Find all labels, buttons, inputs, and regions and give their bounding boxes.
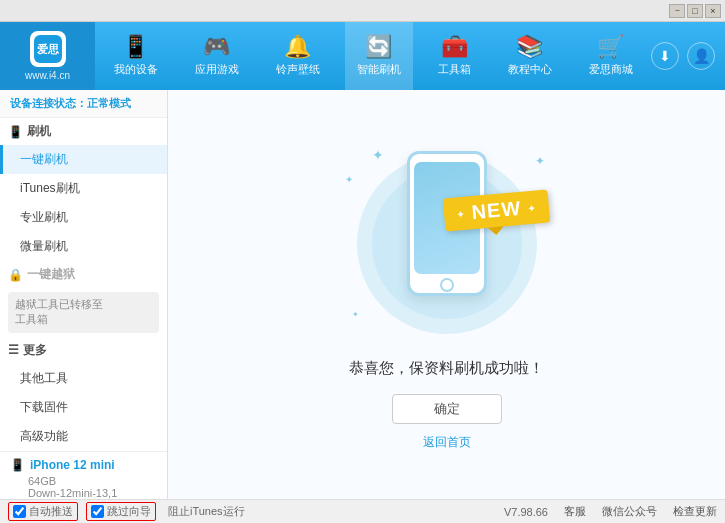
status-value: 正常模式: [87, 97, 131, 109]
nav-items: 📱 我的设备 🎮 应用游戏 🔔 铃声壁纸 🔄 智能刷机 🧰 工具箱 📚 教程中心…: [95, 22, 651, 90]
nav-item-ringtone[interactable]: 🔔 铃声壁纸: [264, 22, 332, 90]
banner-pointer: [488, 226, 505, 235]
smart-flash-icon: 🔄: [365, 36, 392, 58]
success-message: 恭喜您，保资料刷机成功啦！: [349, 359, 544, 378]
tutorial-icon: 📚: [516, 36, 543, 58]
lock-icon: 🔒: [8, 268, 23, 282]
maximize-button[interactable]: □: [687, 4, 703, 18]
sidebar-item-advanced[interactable]: 高级功能: [0, 422, 167, 451]
itunes-running: 阻止iTunes运行: [168, 504, 245, 519]
sidebar-status: 设备连接状态：正常模式: [0, 90, 167, 118]
sparkle-1: ✦: [372, 147, 384, 163]
top-nav: 爱思 www.i4.cn 📱 我的设备 🎮 应用游戏 🔔 铃声壁纸 🔄 智能刷机…: [0, 22, 725, 90]
bottom-bar-right: V7.98.66 客服 微信公众号 检查更新: [504, 504, 717, 519]
section-more-label: 更多: [23, 342, 47, 359]
nav-item-smart-flash-label: 智能刷机: [357, 62, 401, 77]
nav-item-toolbox-label: 工具箱: [438, 62, 471, 77]
toolbox-icon: 🧰: [441, 36, 468, 58]
nav-item-apps-games[interactable]: 🎮 应用游戏: [183, 22, 251, 90]
section-flash-header: 📱 刷机: [0, 118, 167, 145]
nav-item-smart-flash[interactable]: 🔄 智能刷机: [345, 22, 413, 90]
check-update-link[interactable]: 检查更新: [673, 504, 717, 519]
device-info-section: 📱 iPhone 12 mini 64GB Down-12mini-13,1: [0, 451, 167, 499]
sidebar-item-micro-flash[interactable]: 微量刷机: [0, 232, 167, 261]
sparkle-4: ✦: [352, 310, 359, 319]
nav-item-mall[interactable]: 🛒 爱思商城: [577, 22, 645, 90]
nav-right: ⬇ 👤: [651, 42, 725, 70]
confirm-button[interactable]: 确定: [392, 394, 502, 424]
section-jailbreak-label: 一键越狱: [27, 266, 75, 283]
sidebar-item-itunes-flash[interactable]: iTunes刷机: [0, 174, 167, 203]
sparkle-3: ✦: [535, 154, 545, 168]
device-storage: 64GB: [10, 475, 157, 487]
download-button[interactable]: ⬇: [651, 42, 679, 70]
section-flash-icon: 📱: [8, 125, 23, 139]
apps-games-icon: 🎮: [203, 36, 230, 58]
mall-icon: 🛒: [597, 36, 624, 58]
logo-url: www.i4.cn: [25, 70, 70, 81]
sidebar-item-other-tools[interactable]: 其他工具: [0, 364, 167, 393]
bottom-bar: 自动推送 跳过向导 阻止iTunes运行 V7.98.66 客服 微信公众号 检…: [0, 499, 725, 523]
nav-item-mall-label: 爱思商城: [589, 62, 633, 77]
device-icon: 📱: [10, 458, 25, 472]
sidebar-item-pro-flash[interactable]: 专业刷机: [0, 203, 167, 232]
minimize-button[interactable]: －: [669, 4, 685, 18]
phone-home-button: [440, 278, 454, 292]
sparkle-2: ✦: [345, 174, 353, 185]
content-wrapper: 设备连接状态：正常模式 📱 刷机 一键刷机 iTunes刷机 专业刷机 微量刷机…: [0, 90, 725, 499]
close-button[interactable]: ×: [705, 4, 721, 18]
skip-guide-checkbox-label[interactable]: 跳过向导: [86, 502, 156, 521]
skip-guide-label: 跳过向导: [107, 504, 151, 519]
sidebar-item-download-firmware[interactable]: 下载固件: [0, 393, 167, 422]
section-jailbreak-header: 🔒 一键越狱: [0, 261, 167, 288]
logo-icon: 爱思: [30, 31, 66, 67]
ringtone-icon: 🔔: [284, 36, 311, 58]
nav-item-my-device-label: 我的设备: [114, 62, 158, 77]
device-name: iPhone 12 mini: [30, 458, 115, 472]
bottom-bar-left: 自动推送 跳过向导 阻止iTunes运行: [8, 502, 504, 521]
skip-guide-checkbox[interactable]: [91, 505, 104, 518]
sidebar-item-one-key-flash[interactable]: 一键刷机: [0, 145, 167, 174]
auto-push-label: 自动推送: [29, 504, 73, 519]
nav-item-my-device[interactable]: 📱 我的设备: [102, 22, 170, 90]
nav-item-ringtone-label: 铃声壁纸: [276, 62, 320, 77]
nav-item-tutorial-label: 教程中心: [508, 62, 552, 77]
status-label: 设备连接状态：: [10, 97, 87, 109]
new-banner-wrapper: ✦ NEW ✦: [444, 194, 549, 227]
wechat-public-link[interactable]: 微信公众号: [602, 504, 657, 519]
auto-push-checkbox-label[interactable]: 自动推送: [8, 502, 78, 521]
auto-push-checkbox[interactable]: [13, 505, 26, 518]
back-home-link[interactable]: 返回首页: [423, 434, 471, 451]
new-banner: ✦ NEW ✦: [442, 189, 549, 231]
more-icon: ☰: [8, 343, 19, 357]
section-more-header: ☰ 更多: [0, 337, 167, 364]
title-bar: － □ ×: [0, 0, 725, 22]
version: V7.98.66: [504, 506, 548, 518]
logo[interactable]: 爱思 www.i4.cn: [0, 22, 95, 90]
section-flash-label: 刷机: [27, 123, 51, 140]
nav-item-apps-games-label: 应用游戏: [195, 62, 239, 77]
sidebar: 设备连接状态：正常模式 📱 刷机 一键刷机 iTunes刷机 专业刷机 微量刷机…: [0, 90, 168, 499]
jailbreak-notice: 越狱工具已转移至工具箱: [8, 292, 159, 333]
nav-item-tutorial[interactable]: 📚 教程中心: [496, 22, 564, 90]
main-content: ✦ NEW ✦ ✦ ✦ ✦ ✦ 恭喜您，保资料刷机成功啦！ 确定 返回首页: [168, 90, 725, 499]
success-illustration: ✦ NEW ✦ ✦ ✦ ✦ ✦: [337, 139, 557, 349]
device-version: Down-12mini-13,1: [10, 487, 157, 499]
user-button[interactable]: 👤: [687, 42, 715, 70]
nav-item-toolbox[interactable]: 🧰 工具箱: [426, 22, 483, 90]
my-device-icon: 📱: [122, 36, 149, 58]
customer-service-link[interactable]: 客服: [564, 504, 586, 519]
